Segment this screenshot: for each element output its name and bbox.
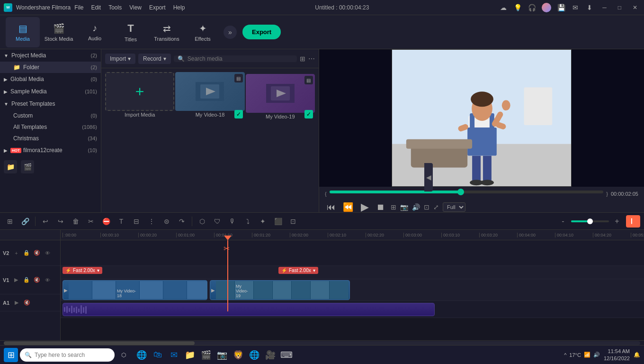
fullscreen-icon[interactable]: ⤢ [433,203,439,211]
start-button[interactable]: ⊞ [4,348,18,362]
toolbar-expand-button[interactable]: » [224,26,237,39]
smart-scene-icon[interactable]: 🎬 [21,160,34,173]
v2-add-icon[interactable]: + [12,249,20,257]
taskbar-search-input[interactable] [35,352,110,358]
audio-clip[interactable] [63,303,435,316]
media-search-bar[interactable]: 🔍 [174,55,297,62]
play-button[interactable]: ▶ [359,200,371,212]
menu-help[interactable]: Help [173,4,185,11]
split-icon[interactable]: ⊡ [287,215,299,228]
group-button[interactable]: ⊜ [161,215,173,228]
audio-adjust-icon[interactable]: ⋮ [145,215,158,228]
adjust-button[interactable]: ⊟ [130,215,143,228]
timeline-scrollbar[interactable] [0,340,644,345]
sample-media-section[interactable]: ▶ Sample Media (101) [0,85,101,98]
taskbar-keyboard-icon[interactable]: ⌨ [279,348,294,362]
scrollbar-track[interactable] [4,341,640,345]
user-avatar[interactable] [542,3,551,12]
redo-button[interactable]: ↪ [54,215,67,228]
undo-button[interactable]: ↩ [39,215,52,228]
mail-icon[interactable]: ✉ [571,3,580,12]
maximize-button[interactable]: □ [615,4,624,11]
video-19-item[interactable]: ▤ ✓ My Video-19 [246,74,315,120]
filter-icon[interactable]: ⊞ [300,55,305,63]
ai-icon[interactable]: ✦ [257,215,269,228]
stabilize-icon[interactable]: ⤵ [242,215,254,228]
zoom-track[interactable] [571,220,609,222]
export-button[interactable]: Export [242,25,281,39]
v1-lock-icon[interactable]: 🔒 [22,276,31,284]
tray-network-icon[interactable]: 📶 [584,352,590,358]
close-button[interactable]: ✕ [630,4,640,11]
zoom-out-button[interactable]: - [557,215,569,228]
headphone-icon[interactable]: 🎧 [528,3,536,12]
import-media-item[interactable]: + Import Media [105,72,174,120]
quality-select[interactable]: Full [443,202,465,212]
notification-icon[interactable]: 🔔 [634,352,640,358]
menu-edit[interactable]: Edit [91,4,101,11]
video-18-item[interactable]: ▤ ✓ My Video-18 [175,72,244,120]
timeline-content[interactable]: :00:00 00:00:10 00:00:20 00:01:00 00:01:… [61,230,644,340]
a1-mute-icon[interactable]: 🔇 [23,299,31,307]
add-to-timeline-icon[interactable]: ⊞ [391,203,396,211]
clip-v18[interactable]: ▶ My Video-18 [63,280,207,300]
scroll-left-arrow[interactable]: ◀ [424,163,433,191]
a1-add-icon[interactable]: ▶ [12,299,21,307]
menu-view[interactable]: View [129,4,142,11]
v2-eye-icon[interactable]: 👁 [43,249,52,257]
taskbar-filmora-icon[interactable]: 🎬 [199,348,213,362]
add-media-button[interactable]: ⊞ [4,215,16,228]
tab-transitions[interactable]: ⇄ Transitions [150,17,184,47]
record-button[interactable]: Record ▾ [138,54,171,64]
light-icon[interactable]: 💡 [513,3,522,12]
taskbar-brave-icon[interactable]: 🦁 [231,348,245,362]
taskbar-mail-icon[interactable]: ✉ [167,348,181,362]
new-folder-icon[interactable]: 📁 [4,160,17,173]
taskbar-search[interactable]: 🔍 [20,348,115,362]
text-button[interactable]: T [115,215,127,228]
search-input[interactable] [188,55,293,62]
mic-icon[interactable]: 🎙 [226,215,239,228]
clip-v19[interactable]: ▶ My Video-19 [210,280,350,300]
download-icon[interactable]: ⬇ [585,3,594,12]
tray-speaker-icon[interactable]: 🔊 [593,352,600,358]
cut-button[interactable]: ✂ [85,215,97,228]
project-media-section[interactable]: ▼ Project Media (2) [0,49,101,62]
global-media-section[interactable]: ▶ Global Media (0) [0,73,101,85]
filmora12create-section[interactable]: ▶ HOT filmora12create (10) [0,144,101,156]
subtitle-icon[interactable]: ⬛ [272,215,284,228]
aspect-ratio-icon[interactable]: ⊡ [424,203,429,211]
tray-expand-icon[interactable]: ^ [564,352,566,358]
tab-titles[interactable]: T Titles [114,17,148,47]
taskbar-edge-icon[interactable]: 🌐 [134,348,149,362]
custom-item[interactable]: Custom (0) [0,110,101,121]
step-back-button[interactable]: ⏪ [341,201,355,212]
tab-audio[interactable]: ♪ Audio [78,17,112,47]
zoom-in-button[interactable]: + [611,215,623,228]
stop-button[interactable]: ⏹ [375,201,387,213]
v1-add-icon[interactable]: ▶ [12,276,20,284]
taskbar-camera-icon[interactable]: 📷 [215,348,229,362]
taskbar-datetime[interactable]: 11:54 AM 12/16/2022 [604,348,630,362]
v2-lock-icon[interactable]: 🔒 [22,249,31,257]
tab-media[interactable]: ▤ Media [6,17,40,47]
all-templates-item[interactable]: All Templates (1086) [0,121,101,133]
delete-button[interactable]: 🗑 [70,215,82,228]
cloud-icon[interactable]: ☁ [499,3,508,12]
menu-file[interactable]: File [74,4,83,11]
task-view-button[interactable]: ⬡ [116,348,131,362]
more-options-icon[interactable]: ⋯ [308,55,315,63]
redo2-button[interactable]: ↷ [176,215,188,228]
v1-mute-icon[interactable]: 🔇 [33,276,41,284]
christmas-item[interactable]: Christmas (34) [0,133,101,144]
save-icon[interactable]: 💾 [557,3,565,12]
preset-templates-section[interactable]: ▼ Preset Templates [0,98,101,110]
menu-export[interactable]: Export [149,4,166,11]
taskbar-store-icon[interactable]: 🛍 [151,348,165,362]
mask-icon[interactable]: 🛡 [211,215,224,228]
import-button[interactable]: Import ▾ [105,54,135,64]
minimize-button[interactable]: ─ [599,4,609,11]
taskbar-filmora2-icon[interactable]: 🎥 [263,348,277,362]
scrollbar-thumb[interactable] [4,341,195,345]
crop-button[interactable]: ⛔ [100,215,112,228]
